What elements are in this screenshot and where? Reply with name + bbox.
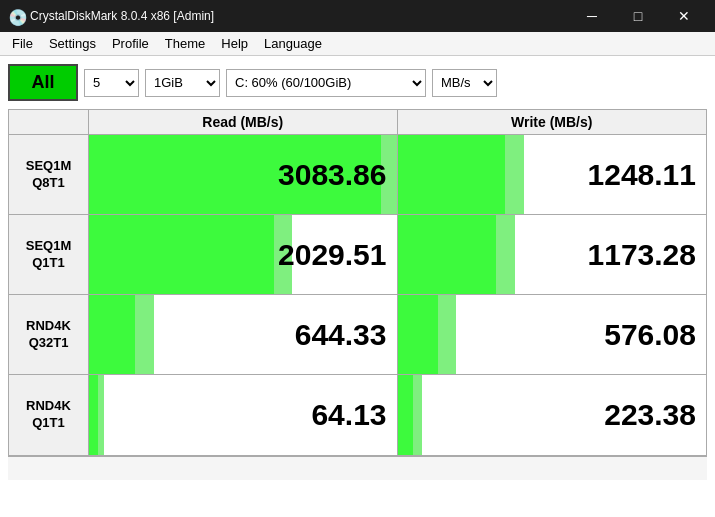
read-value-3: 64.13 bbox=[311, 398, 386, 432]
window-title: CrystalDiskMark 8.0.4 x86 [Admin] bbox=[30, 9, 569, 23]
write-value-3: 223.38 bbox=[604, 398, 696, 432]
menu-item-settings[interactable]: Settings bbox=[41, 34, 104, 53]
title-bar: 💿 CrystalDiskMark 8.0.4 x86 [Admin] ─ □ … bbox=[0, 0, 715, 32]
bench-label-1: SEQ1MQ1T1 bbox=[9, 215, 89, 294]
write-value-0: 1248.11 bbox=[588, 158, 696, 192]
close-button[interactable]: ✕ bbox=[661, 0, 707, 32]
bench-row-0: SEQ1MQ8T1 3083.86 1248.11 bbox=[9, 135, 706, 215]
read-value-1: 2029.51 bbox=[278, 238, 386, 272]
menu-bar: FileSettingsProfileThemeHelpLanguage bbox=[0, 32, 715, 56]
menu-item-language[interactable]: Language bbox=[256, 34, 330, 53]
maximize-button[interactable]: □ bbox=[615, 0, 661, 32]
bench-header-empty bbox=[9, 110, 89, 134]
read-cell-2: 644.33 bbox=[89, 295, 398, 374]
controls-row: All 5 1GiB C: 60% (60/100GiB) MB/s bbox=[8, 64, 707, 101]
bench-label-2: RND4KQ32T1 bbox=[9, 295, 89, 374]
benchmark-grid: Read (MB/s) Write (MB/s) SEQ1MQ8T1 3083.… bbox=[8, 109, 707, 456]
bench-header-row: Read (MB/s) Write (MB/s) bbox=[9, 110, 706, 135]
size-dropdown[interactable]: 1GiB bbox=[145, 69, 220, 97]
write-value-1: 1173.28 bbox=[588, 238, 696, 272]
unit-dropdown[interactable]: MB/s bbox=[432, 69, 497, 97]
bench-row-1: SEQ1MQ1T1 2029.51 1173.28 bbox=[9, 215, 706, 295]
bench-label-0: SEQ1MQ8T1 bbox=[9, 135, 89, 214]
write-cell-2: 576.08 bbox=[398, 295, 707, 374]
read-value-2: 644.33 bbox=[295, 318, 387, 352]
bench-rows: SEQ1MQ8T1 3083.86 1248.11 SEQ1MQ1T1 2029… bbox=[9, 135, 706, 455]
status-bar bbox=[8, 456, 707, 480]
write-bar-inner-0 bbox=[398, 135, 506, 214]
read-bar-inner-1 bbox=[89, 215, 274, 294]
write-bar-inner-2 bbox=[398, 295, 438, 374]
read-cell-0: 3083.86 bbox=[89, 135, 398, 214]
write-cell-1: 1173.28 bbox=[398, 215, 707, 294]
write-value-2: 576.08 bbox=[604, 318, 696, 352]
write-cell-3: 223.38 bbox=[398, 375, 707, 455]
count-dropdown[interactable]: 5 bbox=[84, 69, 139, 97]
read-bar-inner-2 bbox=[89, 295, 135, 374]
all-button[interactable]: All bbox=[8, 64, 78, 101]
read-cell-1: 2029.51 bbox=[89, 215, 398, 294]
read-bar-inner-3 bbox=[89, 375, 98, 455]
window-controls: ─ □ ✕ bbox=[569, 0, 707, 32]
bench-label-3: RND4KQ1T1 bbox=[9, 375, 89, 455]
menu-item-help[interactable]: Help bbox=[213, 34, 256, 53]
app-icon: 💿 bbox=[8, 8, 24, 24]
write-header: Write (MB/s) bbox=[398, 110, 707, 134]
bench-row-2: RND4KQ32T1 644.33 576.08 bbox=[9, 295, 706, 375]
menu-item-file[interactable]: File bbox=[4, 34, 41, 53]
write-bar-inner-1 bbox=[398, 215, 497, 294]
main-content: All 5 1GiB C: 60% (60/100GiB) MB/s Read … bbox=[0, 56, 715, 517]
bench-row-3: RND4KQ1T1 64.13 223.38 bbox=[9, 375, 706, 455]
menu-item-theme[interactable]: Theme bbox=[157, 34, 213, 53]
menu-item-profile[interactable]: Profile bbox=[104, 34, 157, 53]
read-header: Read (MB/s) bbox=[89, 110, 398, 134]
read-cell-3: 64.13 bbox=[89, 375, 398, 455]
write-cell-0: 1248.11 bbox=[398, 135, 707, 214]
minimize-button[interactable]: ─ bbox=[569, 0, 615, 32]
drive-dropdown[interactable]: C: 60% (60/100GiB) bbox=[226, 69, 426, 97]
read-value-0: 3083.86 bbox=[278, 158, 386, 192]
write-bar-inner-3 bbox=[398, 375, 413, 455]
